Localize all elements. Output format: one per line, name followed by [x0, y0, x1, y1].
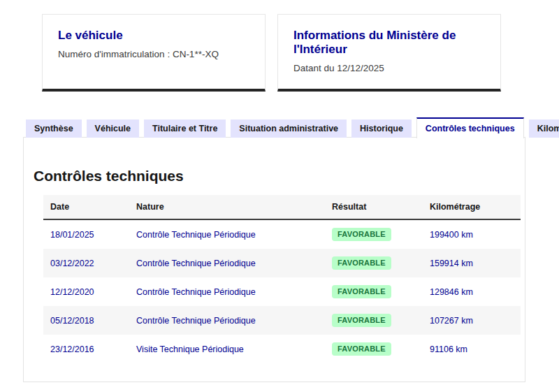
nature-cell: Contrôle Technique Périodique	[129, 277, 325, 306]
tab-vehicule[interactable]: Véhicule	[87, 119, 139, 138]
status-badge: FAVORABLE	[332, 256, 391, 270]
kilometrage-cell: 159914 km	[423, 249, 521, 277]
tab-synthese[interactable]: Synthèse	[26, 119, 82, 138]
summary-cards: Le véhicule Numéro d'immatriculation : C…	[42, 14, 501, 92]
tab-situation-administrative[interactable]: Situation administrative	[231, 119, 347, 138]
column-header-date: Date	[43, 195, 129, 219]
status-badge: FAVORABLE	[332, 314, 391, 327]
ministry-info-card: Informations du Ministère de l'Intérieur…	[277, 14, 501, 92]
nature-cell: Contrôle Technique Périodique	[129, 219, 325, 249]
status-badge: FAVORABLE	[332, 342, 391, 356]
vehicle-card: Le véhicule Numéro d'immatriculation : C…	[42, 14, 266, 92]
histovec-report-page: Le véhicule Numéro d'immatriculation : C…	[0, 0, 559, 392]
table-row: 03/12/2022 Contrôle Technique Périodique…	[43, 249, 521, 277]
date-cell: 12/12/2020	[43, 277, 129, 306]
nature-cell: Contrôle Technique Périodique	[129, 249, 325, 277]
tab-bar: Synthèse Véhicule Titulaire et Titre Sit…	[23, 117, 525, 138]
table-row: 18/01/2025 Contrôle Technique Périodique…	[43, 219, 521, 249]
date-cell: 05/12/2018	[43, 306, 129, 335]
tab-controles-techniques[interactable]: Contrôles techniques	[416, 117, 524, 138]
kilometrage-cell: 199400 km	[423, 219, 521, 249]
kilometrage-cell: 107267 km	[423, 306, 521, 335]
column-header-kilometrage: Kilométrage	[423, 195, 521, 219]
status-badge: FAVORABLE	[332, 228, 391, 241]
table-row: 05/12/2018 Contrôle Technique Périodique…	[43, 306, 521, 335]
technical-controls-table: Date Nature Résultat Kilométrage 18/01/2…	[43, 195, 521, 363]
column-header-resultat: Résultat	[325, 195, 423, 219]
kilometrage-cell: 129846 km	[423, 277, 521, 306]
tab-titulaire-et-titre[interactable]: Titulaire et Titre	[144, 119, 226, 138]
table-row: 12/12/2020 Contrôle Technique Périodique…	[43, 277, 521, 306]
nature-cell: Visite Technique Périodique	[129, 335, 325, 363]
vehicle-card-title: Le véhicule	[58, 29, 249, 43]
nature-cell: Contrôle Technique Périodique	[129, 306, 325, 335]
ministry-info-card-title: Informations du Ministère de l'Intérieur	[293, 29, 485, 57]
date-cell: 23/12/2016	[43, 335, 129, 363]
kilometrage-cell: 91106 km	[423, 335, 521, 363]
tab-kilometrage[interactable]: Kilométrage	[529, 119, 559, 138]
tab-historique[interactable]: Historique	[351, 119, 412, 138]
tab-panel-controles-techniques: Contrôles techniques Date Nature Résulta…	[23, 137, 525, 382]
status-badge: FAVORABLE	[332, 285, 391, 298]
date-cell: 18/01/2025	[43, 219, 129, 249]
ministry-info-date: Datant du 12/12/2025	[293, 63, 485, 73]
date-cell: 03/12/2022	[43, 249, 129, 277]
table-row: 23/12/2016 Visite Technique Périodique F…	[43, 335, 521, 363]
vehicle-registration-number: Numéro d'immatriculation : CN-1**-XQ	[58, 49, 249, 59]
table-header-row: Date Nature Résultat Kilométrage	[43, 195, 521, 219]
column-header-nature: Nature	[129, 195, 325, 219]
panel-title: Contrôles techniques	[34, 168, 511, 184]
